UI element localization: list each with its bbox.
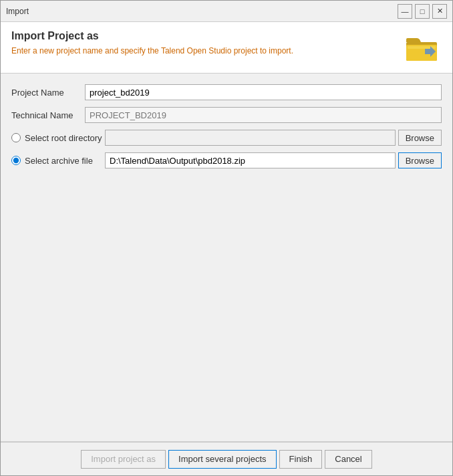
project-name-input[interactable] <box>85 84 442 100</box>
root-directory-text: Select root directory <box>25 133 102 143</box>
archive-file-radio[interactable] <box>11 156 21 165</box>
minimize-button[interactable]: — <box>398 4 412 19</box>
archive-file-label[interactable]: Select archive file <box>11 156 105 166</box>
root-browse-button[interactable]: Browse <box>398 130 442 146</box>
title-bar: Import — □ ✕ <box>1 1 452 22</box>
footer: Import project as Import several project… <box>1 442 452 475</box>
root-directory-row: Select root directory Browse <box>11 130 442 146</box>
project-name-label: Project Name <box>11 88 85 98</box>
finish-button[interactable]: Finish <box>279 450 323 469</box>
archive-browse-button[interactable]: Browse <box>398 152 442 168</box>
header-subtitle: Enter a new project name and specify the… <box>11 46 394 55</box>
technical-name-label: Technical Name <box>11 110 85 120</box>
header-text-block: Import Project as Enter a new project na… <box>11 30 394 55</box>
archive-file-row: Select archive file Browse <box>11 152 442 168</box>
archive-file-text: Select archive file <box>25 156 93 166</box>
maximize-button[interactable]: □ <box>415 4 430 19</box>
technical-name-row: Technical Name <box>11 107 442 123</box>
project-name-row: Project Name <box>11 84 442 100</box>
folder-icon <box>405 33 438 62</box>
form-content: Project Name Technical Name Select root … <box>1 74 452 441</box>
window-controls: — □ ✕ <box>398 4 447 19</box>
folder-icon-container <box>402 30 442 65</box>
technical-name-input <box>85 107 442 123</box>
import-dialog: Import — □ ✕ Import Project as Enter a n… <box>0 0 453 476</box>
header-section: Import Project as Enter a new project na… <box>1 22 452 74</box>
archive-file-input[interactable] <box>105 152 396 168</box>
close-button[interactable]: ✕ <box>432 4 447 19</box>
root-directory-input <box>105 130 396 146</box>
cancel-button[interactable]: Cancel <box>325 450 371 469</box>
root-directory-radio[interactable] <box>11 133 21 142</box>
dialog-title: Import <box>6 7 29 16</box>
root-directory-label[interactable]: Select root directory <box>11 133 105 143</box>
import-project-as-button[interactable]: Import project as <box>81 450 166 469</box>
page-title: Import Project as <box>11 30 394 42</box>
import-several-button[interactable]: Import several projects <box>168 450 277 469</box>
